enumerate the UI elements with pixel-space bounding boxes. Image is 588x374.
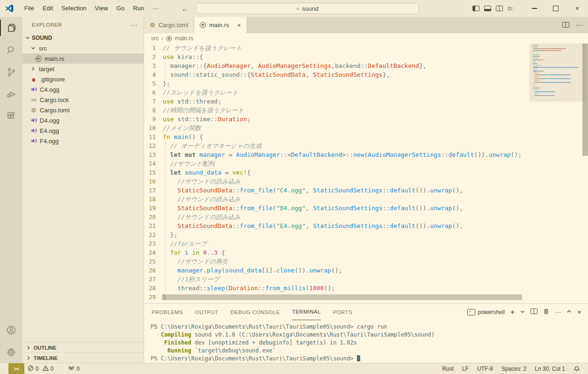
code-line[interactable]: 25 //サウンドの再生 — [144, 257, 531, 266]
tree-item-cargo.lock[interactable]: ≡≡Cargo.lock — [22, 95, 144, 105]
code-line[interactable]: 8//時間の間隔を扱うクレート — [144, 106, 531, 115]
explorer-more-actions-icon[interactable]: ··· — [130, 21, 138, 29]
source-control-icon[interactable] — [0, 61, 22, 83]
code-line[interactable]: 4 sound::static_sound::{StaticSoundData,… — [144, 70, 531, 79]
search-view-icon[interactable] — [0, 39, 22, 61]
tree-item-src[interactable]: src — [22, 43, 144, 53]
code-line[interactable]: 28 thread::sleep(Duration::from_millis(1… — [144, 284, 531, 293]
split-editor-icon[interactable] — [562, 21, 569, 29]
minimap[interactable] — [531, 44, 581, 303]
code-line[interactable]: 14 //サウンド配列 — [144, 159, 531, 168]
code-line[interactable]: 22 }; — [144, 230, 531, 239]
tree-item-c4.ogg[interactable]: C4.ogg — [22, 84, 144, 95]
customize-layout-icon[interactable]: ⊡: — [508, 6, 515, 12]
toggle-panel-icon[interactable] — [484, 6, 491, 11]
menu-selection[interactable]: Selection — [57, 2, 90, 15]
editor-more-actions-icon[interactable]: ··· — [576, 21, 583, 29]
menu-run[interactable]: Run — [129, 2, 148, 15]
vertical-scrollbar[interactable] — [582, 44, 588, 156]
code-line[interactable]: 1// サウンドを扱うクレート — [144, 44, 531, 52]
back-arrow-icon[interactable]: ← — [181, 5, 189, 13]
menu-go[interactable]: Go — [112, 2, 129, 15]
code-editor[interactable]: 1// サウンドを扱うクレート2use kira::{3 manager::{A… — [144, 44, 588, 303]
maximize-button[interactable] — [545, 0, 566, 17]
maximize-panel-icon[interactable] — [566, 308, 572, 315]
code-line[interactable]: 9use std::time::Duration; — [144, 115, 531, 124]
kill-terminal-icon[interactable] — [543, 308, 549, 316]
code-line[interactable]: 5}; — [144, 79, 531, 88]
code-line[interactable]: 3 manager::{AudioManager, AudioManagerSe… — [144, 61, 531, 70]
breadcrumb-folder[interactable]: src — [151, 35, 159, 42]
run-and-debug-icon[interactable] — [0, 83, 22, 105]
code-line[interactable]: 26 manager.play(sound_data[i].clone()).u… — [144, 266, 531, 275]
account-icon[interactable] — [0, 319, 22, 341]
status-language-mode[interactable]: Rust — [438, 363, 458, 374]
code-line[interactable]: 24 for i in 0..3 { — [144, 248, 531, 257]
problems-status[interactable]: 0 0 — [24, 363, 57, 374]
close-panel-icon[interactable]: × — [577, 308, 581, 316]
code-line[interactable]: 2use kira::{ — [144, 52, 531, 61]
tree-item-.gitignore[interactable]: ◆.gitignore — [22, 74, 144, 84]
code-line[interactable]: 23 //forループ — [144, 239, 531, 248]
menu-file[interactable]: File — [20, 2, 38, 15]
panel-tab-problems[interactable]: PROBLEMS — [152, 304, 183, 320]
command-center-search[interactable]: ⌕ sound — [196, 3, 419, 14]
panel-tab-debug-console[interactable]: DEBUG CONSOLE — [231, 304, 280, 320]
code-line[interactable]: 16 //サウンドの読み込み — [144, 177, 531, 186]
menu-[interactable]: ··· — [148, 2, 163, 15]
tree-item-d4.ogg[interactable]: D4.ogg — [22, 115, 144, 125]
tree-item-f4.ogg[interactable]: F4.ogg — [22, 136, 144, 146]
timeline-section[interactable]: TIMELINE — [22, 352, 144, 363]
split-terminal-icon[interactable] — [530, 308, 537, 315]
ports-status[interactable]: 0 — [65, 363, 83, 374]
toggle-sidebar-icon[interactable] — [472, 6, 479, 11]
terminal-dropdown-icon[interactable] — [520, 309, 525, 315]
code-line[interactable]: 7use std::thread; — [144, 97, 531, 106]
code-line[interactable]: 13 let mut manager = AudioManager::<Defa… — [144, 150, 531, 159]
status-encoding[interactable]: UTF-8 — [473, 363, 497, 374]
remote-indicator[interactable]: >< — [8, 363, 24, 374]
tab-cargo.toml[interactable]: ⚙Cargo.toml — [144, 17, 194, 33]
toggle-secondary-sidebar-icon[interactable] — [496, 6, 503, 11]
code-line[interactable]: 21 StaticSoundData::from_file("E4.ogg", … — [144, 221, 531, 230]
tree-item-target[interactable]: target — [22, 64, 144, 74]
tree-item-e4.ogg[interactable]: E4.ogg — [22, 125, 144, 136]
panel-more-actions-icon[interactable]: ··· — [555, 308, 561, 315]
code-line[interactable]: 15 let sound_data = vec!{ — [144, 168, 531, 177]
status-cursor-position[interactable]: Ln 30, Col 1 — [530, 363, 569, 374]
folder-section-sound[interactable]: SOUND — [22, 33, 144, 43]
code-line[interactable]: 6//スレッドを扱うクレート — [144, 88, 531, 97]
code-line[interactable]: 10//メイン関数 — [144, 124, 531, 132]
status-indentation[interactable]: Spaces: 2 — [497, 363, 530, 374]
code-line[interactable]: 11fn main() { — [144, 132, 531, 141]
extensions-icon[interactable] — [0, 105, 22, 127]
notifications-bell-icon[interactable] — [569, 363, 584, 374]
code-line[interactable]: 20 //サウンドの読み込み — [144, 213, 531, 221]
breadcrumb-file[interactable]: main.rs — [175, 35, 193, 42]
minimize-button[interactable] — [523, 0, 545, 17]
code-line[interactable]: 17 StaticSoundData::from_file("C4.ogg", … — [144, 186, 531, 195]
menu-edit[interactable]: Edit — [38, 2, 57, 15]
code-line[interactable]: 12 // オーディオマネージャの生成 — [144, 141, 531, 150]
code-line[interactable]: 27 //1秒スリープ — [144, 275, 531, 284]
panel-tab-terminal[interactable]: TERMINAL — [292, 304, 320, 320]
shell-label[interactable]: powershell — [478, 309, 505, 315]
code-line[interactable]: 18 //サウンドの読み込み — [144, 195, 531, 204]
menu-view[interactable]: View — [91, 2, 112, 15]
panel-tab-ports[interactable]: PORTS — [333, 304, 352, 320]
new-terminal-icon[interactable]: + — [510, 308, 515, 316]
tab-close-icon[interactable]: × — [237, 22, 241, 29]
terminal-output[interactable]: PS C:\Users\Roxiga\Documents\Rust\Tauri\… — [144, 320, 588, 363]
status-eol[interactable]: LF — [458, 363, 473, 374]
tree-item-cargo.toml[interactable]: ⚙Cargo.toml — [22, 105, 144, 115]
settings-gear-icon[interactable] — [0, 341, 22, 363]
outline-section[interactable]: OUTLINE — [22, 342, 144, 352]
tab-main.rs[interactable]: Rmain.rs× — [194, 17, 247, 33]
tree-item-main.rs[interactable]: Rmain.rs — [22, 53, 144, 64]
code-line[interactable]: 19 StaticSoundData::from_file("D4.ogg", … — [144, 204, 531, 213]
panel-tab-output[interactable]: OUTPUT — [195, 304, 218, 320]
explorer-icon[interactable] — [0, 17, 22, 39]
breadcrumb[interactable]: src › R main.rs — [144, 33, 588, 44]
close-button[interactable]: × — [566, 0, 588, 17]
horizontal-scrollbar[interactable] — [162, 294, 522, 300]
